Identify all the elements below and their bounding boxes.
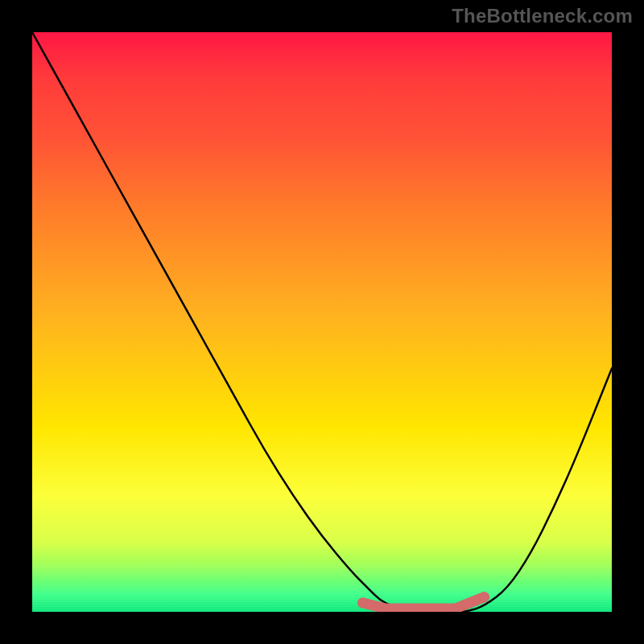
chart-frame: TheBottleneck.com: [0, 0, 644, 644]
optimal-markers: [357, 592, 489, 612]
watermark-text: TheBottleneck.com: [452, 5, 633, 27]
optimal-band-left: [357, 598, 367, 608]
bottleneck-curve: [32, 32, 612, 612]
optimal-band-right: [480, 592, 489, 602]
curve-layer: [32, 32, 612, 612]
plot-area: [32, 32, 612, 612]
optimal-band: [362, 597, 484, 609]
